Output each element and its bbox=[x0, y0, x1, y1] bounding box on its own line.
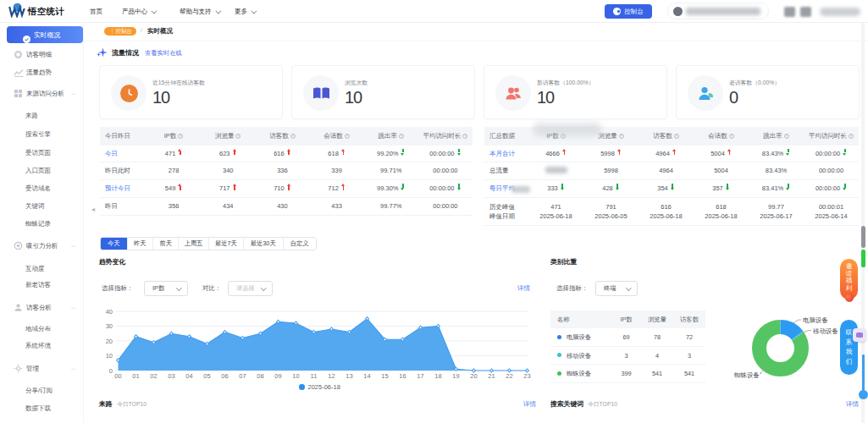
svg-text:蜘蛛设备: 蜘蛛设备 bbox=[734, 371, 760, 379]
svg-text:05: 05 bbox=[203, 372, 210, 380]
svg-text:19: 19 bbox=[452, 372, 459, 380]
svg-text:21: 21 bbox=[488, 372, 495, 380]
svg-text:11: 11 bbox=[311, 372, 318, 380]
svg-text:30: 30 bbox=[106, 322, 113, 330]
svg-text:17: 17 bbox=[417, 372, 423, 380]
svg-text:07: 07 bbox=[239, 372, 246, 380]
svg-text:14: 14 bbox=[363, 372, 370, 380]
svg-text:13: 13 bbox=[346, 372, 352, 380]
svg-text:20: 20 bbox=[470, 372, 477, 380]
svg-text:09: 09 bbox=[274, 372, 281, 380]
svg-text:04: 04 bbox=[185, 372, 192, 380]
svg-text:23: 23 bbox=[523, 372, 530, 380]
svg-text:08: 08 bbox=[257, 372, 263, 380]
svg-text:00: 00 bbox=[114, 372, 121, 380]
svg-text:10: 10 bbox=[106, 352, 113, 360]
svg-text:电脑设备: 电脑设备 bbox=[803, 316, 828, 324]
svg-text:01: 01 bbox=[132, 372, 139, 380]
svg-text:移动设备: 移动设备 bbox=[813, 327, 838, 335]
svg-text:06: 06 bbox=[221, 372, 228, 380]
svg-text:40: 40 bbox=[106, 308, 113, 316]
svg-text:18: 18 bbox=[434, 372, 441, 380]
svg-text:10: 10 bbox=[292, 372, 299, 380]
svg-text:02: 02 bbox=[150, 372, 157, 380]
svg-text:20: 20 bbox=[106, 338, 113, 345]
svg-text:03: 03 bbox=[168, 372, 174, 380]
svg-text:16: 16 bbox=[399, 372, 406, 380]
svg-text:12: 12 bbox=[328, 372, 334, 380]
svg-text:0: 0 bbox=[109, 367, 113, 375]
svg-text:22: 22 bbox=[506, 372, 512, 380]
svg-text:15: 15 bbox=[381, 372, 388, 380]
